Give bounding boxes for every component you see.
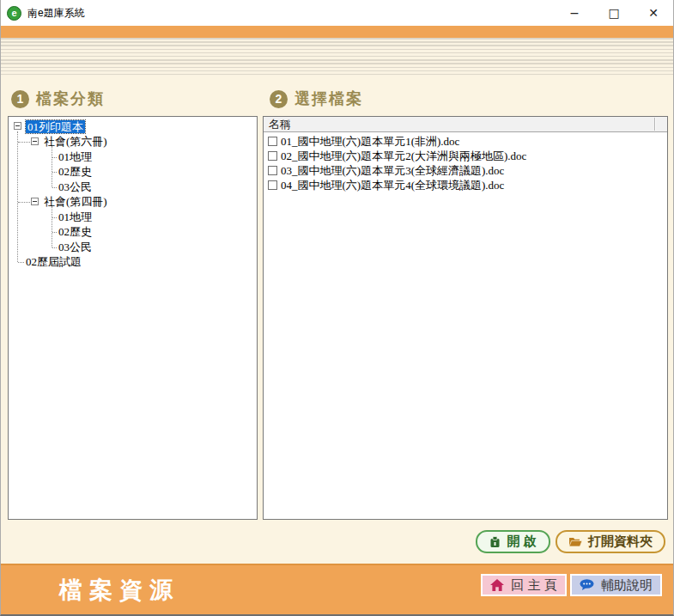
open-file-icon [489, 536, 501, 548]
file-checkbox[interactable] [268, 180, 277, 190]
open-button-label: 開 啟 [507, 534, 536, 550]
file-row[interactable]: 02_國中地理(六)題本單元2(大洋洲與兩極地區).doc [264, 149, 667, 163]
step-2-badge: 2 [270, 90, 288, 108]
orange-banner [1, 26, 673, 38]
window-controls: − □ ✕ [555, 0, 673, 26]
striped-banner [1, 38, 673, 76]
open-button[interactable]: 開 啟 [476, 530, 550, 553]
collapse-icon[interactable] [31, 198, 39, 205]
column-divider[interactable] [654, 118, 656, 131]
collapse-icon[interactable] [14, 122, 21, 130]
tree-connector-line [52, 172, 57, 173]
title-bar: e 南e題庫系統 − □ ✕ [1, 0, 673, 26]
file-list-panel: 名稱 01_國中地理(六)題本單元1(非洲).doc02_國中地理(六)題本單元… [263, 116, 668, 520]
file-list-header[interactable]: 名稱 [264, 117, 667, 132]
category-tree: 01列印題本社會(第六冊)01地理02歷史03公民社會(第四冊)01地理02歷史… [9, 117, 257, 519]
home-button[interactable]: 回 主 頁 [481, 574, 567, 596]
tree-connector-line [18, 202, 30, 203]
tree-connector-line [52, 187, 57, 188]
tree-connector-line [52, 157, 57, 158]
help-button-label: 輔助說明 [601, 577, 653, 594]
home-icon [490, 579, 504, 591]
collapse-icon[interactable] [31, 137, 39, 145]
window-title: 南e題庫系統 [27, 6, 85, 21]
tree-connector-line [18, 142, 30, 143]
tree-connector-line [52, 232, 57, 233]
open-folder-button[interactable]: 打開資料夾 [556, 530, 665, 553]
file-name[interactable]: 04_國中地理(六)題本單元4(全球環境議題).doc [281, 178, 504, 193]
file-name[interactable]: 01_國中地理(六)題本單元1(非洲).doc [281, 134, 459, 149]
file-row[interactable]: 03_國中地理(六)題本單元3(全球經濟議題).doc [264, 163, 667, 178]
file-row[interactable]: 01_國中地理(六)題本單元1(非洲).doc [264, 134, 667, 149]
file-name[interactable]: 02_國中地理(六)題本單元2(大洋洲與兩極地區).doc [281, 149, 526, 164]
section-header-select-file: 2 選擇檔案 [270, 88, 363, 109]
category-tree-panel: 01列印題本社會(第六冊)01地理02歷史03公民社會(第四冊)01地理02歷史… [8, 116, 258, 520]
tree-item[interactable]: 02歷屆試題 [26, 255, 82, 268]
tree-connector-line [52, 217, 57, 218]
close-icon[interactable]: ✕ [634, 0, 673, 26]
file-name[interactable]: 03_國中地理(六)題本單元3(全球經濟議題).doc [281, 163, 504, 179]
tree-item[interactable]: 02歷史 [58, 225, 92, 238]
tree-item[interactable]: 03公民 [58, 180, 92, 193]
file-checkbox[interactable] [268, 137, 277, 146]
home-button-label: 回 主 頁 [511, 577, 556, 594]
name-column-header[interactable]: 名稱 [269, 117, 291, 132]
tree-connector-line [17, 131, 18, 262]
file-checkbox[interactable] [268, 151, 277, 161]
folder-icon [568, 536, 583, 547]
app-logo-icon: e [7, 6, 21, 21]
maximize-icon[interactable]: □ [594, 0, 634, 26]
tree-item[interactable]: 01列印題本 [26, 120, 85, 133]
tree-item[interactable]: 01地理 [58, 150, 92, 163]
tree-connector-line [52, 146, 52, 187]
tree-item[interactable]: 01地理 [58, 210, 92, 223]
section-header-file-category: 1 檔案分類 [11, 88, 105, 109]
section-title-file-category: 檔案分類 [36, 88, 105, 109]
tree-item[interactable]: 社會(第六冊) [44, 135, 107, 148]
tree-item[interactable]: 社會(第四冊) [44, 195, 107, 208]
tree-connector-line [52, 247, 57, 248]
tree-connector-line [52, 206, 52, 247]
section-title-select-file: 選擇檔案 [294, 88, 363, 109]
page-title: 檔案資源 [59, 575, 179, 606]
speech-bubble-icon [580, 579, 594, 591]
file-list: 01_國中地理(六)題本單元1(非洲).doc02_國中地理(六)題本單元2(大… [264, 133, 667, 519]
step-1-badge: 1 [11, 90, 29, 108]
tree-connector-line [18, 262, 24, 263]
file-row[interactable]: 04_國中地理(六)題本單元4(全球環境議題).doc [264, 178, 667, 192]
footer-bar: 檔案資源 回 主 頁 輔助說明 [1, 564, 673, 614]
help-button[interactable]: 輔助說明 [570, 574, 662, 596]
file-checkbox[interactable] [268, 166, 277, 175]
tree-item[interactable]: 03公民 [58, 241, 92, 253]
open-folder-button-label: 打開資料夾 [588, 534, 653, 550]
minimize-icon[interactable]: − [555, 0, 594, 26]
app-window: e 南e題庫系統 − □ ✕ 1 檔案分類 2 選擇檔案 01列印題本社會(第六… [0, 0, 674, 616]
tree-item[interactable]: 02歷史 [58, 165, 92, 178]
